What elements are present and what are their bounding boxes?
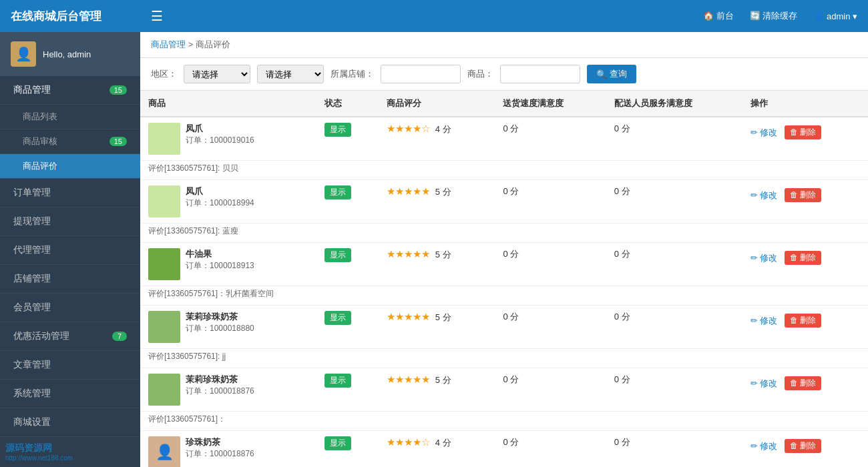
delete-button[interactable]: 🗑 删除 [785,125,821,139]
review-text: 评价[13360575761]: 蓝瘦 [140,223,868,243]
reviews-table: 商品 状态 商品评分 送货速度满意度 配送人员服务满意度 操作 凤爪 订单：10… [140,91,868,467]
region-select[interactable]: 请选择 [184,65,250,83]
product-cell: 茉莉珍珠奶茶 订单：1000018880 [140,306,316,349]
product-input[interactable] [500,65,580,83]
edit-button[interactable]: ✏ 修改 [750,252,778,264]
sidebar-item-orders[interactable]: 订单管理 [0,179,140,207]
action-cell: ✏ 修改 🗑 删除 [742,368,868,412]
product-order: 订单：1000018876 [186,386,254,397]
top-header: 在线商城后台管理 ☰ 🏠 前台 🔄 清除缓存 👤 admin ▾ [0,0,868,32]
delete-button[interactable]: 🗑 删除 [785,314,821,328]
delivery-cell: 0 分 [495,117,606,161]
product-cell: 牛油果 订单：1000018913 [140,243,316,286]
sidebar-item-product-comment[interactable]: 商品评价 [0,154,140,179]
edit-button[interactable]: ✏ 修改 [750,378,778,390]
table-row: 凤爪 订单：1000019016 显示 ★★★★☆ 4 分 0 分 0 分 ✏ … [140,117,868,161]
sidebar-item-product-list[interactable]: 商品列表 [0,105,140,129]
status-badge: 显示 [324,123,351,137]
search-button[interactable]: 🔍 查询 [587,65,636,83]
delivery-cell: 0 分 [495,368,606,412]
score-value: 5 分 [435,250,451,260]
sidebar: 👤 Hello, admin 商品管理 15 商品列表 商品审核 15 商品评价… [0,32,140,467]
product-order: 订单：1000019016 [186,135,254,146]
delivery-score: 0 分 [503,249,519,259]
product-name: 珍珠奶茶 [186,436,254,448]
col-actions: 操作 [742,91,868,117]
service-cell: 0 分 [606,306,742,349]
review-text: 评价[13360575761]: jj [140,349,868,368]
sidebar-item-articles[interactable]: 文章管理 [0,351,140,380]
score-value: 4 分 [435,124,451,134]
action-cell: ✏ 修改 🗑 删除 [742,117,868,161]
frontend-link[interactable]: 🏠 前台 [703,10,734,22]
score-value: 5 分 [435,375,451,385]
delete-button[interactable]: 🗑 删除 [785,376,821,390]
score-value: 5 分 [435,187,451,197]
product-thumbnail [148,248,180,280]
action-cell: ✏ 修改 🗑 删除 [742,431,868,468]
sidebar-item-system[interactable]: 系统管理 [0,380,140,408]
service-cell: 0 分 [606,117,742,161]
score-cell: ★★★★★ 5 分 [379,368,495,412]
sidebar-item-promotions[interactable]: 优惠活动管理 7 [0,322,140,351]
edit-button[interactable]: ✏ 修改 [750,315,778,327]
product-cell: 茉莉珍珠奶茶 订单：1000018876 [140,368,316,412]
status-cell: 显示 [316,243,379,286]
sidebar-item-shop[interactable]: 店铺管理 [0,265,140,294]
action-cell: ✏ 修改 🗑 删除 [742,180,868,223]
breadcrumb-current: 商品评价 [196,39,230,49]
review-text: 评价[13360575761]: 贝贝 [140,161,868,180]
header-actions: 🏠 前台 🔄 清除缓存 👤 admin ▾ [703,10,857,22]
delivery-score: 0 分 [503,186,519,196]
status-badge: 显示 [324,248,351,262]
delivery-score: 0 分 [503,437,519,447]
sidebar-item-products[interactable]: 商品管理 15 [0,76,140,105]
col-score: 商品评分 [379,91,495,117]
score-value: 5 分 [435,312,451,322]
edit-button[interactable]: ✏ 修改 [750,189,778,201]
sidebar-item-agent[interactable]: 代理管理 [0,236,140,265]
stars: ★★★★☆ [387,436,430,448]
col-service: 配送人员服务满意度 [606,91,742,117]
user-menu[interactable]: 👤 admin ▾ [813,11,857,21]
stars: ★★★★★ [387,185,430,197]
sidebar-item-product-review[interactable]: 商品审核 15 [0,129,140,154]
clear-cache-button[interactable]: 🔄 清除缓存 [750,10,798,22]
stars: ★★★★☆ [387,123,430,134]
product-cell: 凤爪 订单：1000018994 [140,180,316,223]
service-cell: 0 分 [606,180,742,223]
stars: ★★★★★ [387,248,430,260]
product-thumbnail [148,123,180,155]
product-thumbnail: 👤 [148,436,180,467]
delete-button[interactable]: 🗑 删除 [785,439,821,453]
shop-input[interactable] [381,65,461,83]
sidebar-item-members[interactable]: 会员管理 [0,294,140,322]
edit-button[interactable]: ✏ 修改 [750,127,778,139]
delete-button[interactable]: 🗑 删除 [785,251,821,265]
status-cell: 显示 [316,180,379,223]
stars: ★★★★★ [387,311,430,322]
type-select[interactable]: 请选择 [257,65,324,83]
sidebar-item-mall-settings[interactable]: 商城设置 [0,408,140,437]
menu-icon[interactable]: ☰ [151,8,163,24]
edit-button[interactable]: ✏ 修改 [750,440,778,452]
service-cell: 0 分 [606,368,742,412]
review-row: 评价[13360575761]：乳杆菌看空间 [140,286,868,306]
score-cell: ★★★★★ 5 分 [379,243,495,286]
breadcrumb-parent[interactable]: 商品管理 [151,39,186,49]
delivery-cell: 0 分 [495,306,606,349]
delivery-score: 0 分 [503,374,519,384]
sidebar-item-withdraw[interactable]: 提现管理 [0,207,140,236]
product-order: 订单：1000018994 [186,197,254,209]
delete-button[interactable]: 🗑 删除 [785,188,821,202]
score-cell: ★★★★☆ 4 分 [379,431,495,468]
delivery-cell: 0 分 [495,431,606,468]
review-badge: 15 [110,137,127,146]
product-order: 订单：1000018880 [186,323,254,334]
site-title: 在线商城后台管理 [11,9,151,24]
delivery-score: 0 分 [503,312,519,322]
region-label: 地区： [151,68,177,80]
shop-label: 所属店铺： [331,68,374,80]
status-cell: 显示 [316,368,379,412]
review-row: 评价[13360575761]: 蓝瘦 [140,223,868,243]
